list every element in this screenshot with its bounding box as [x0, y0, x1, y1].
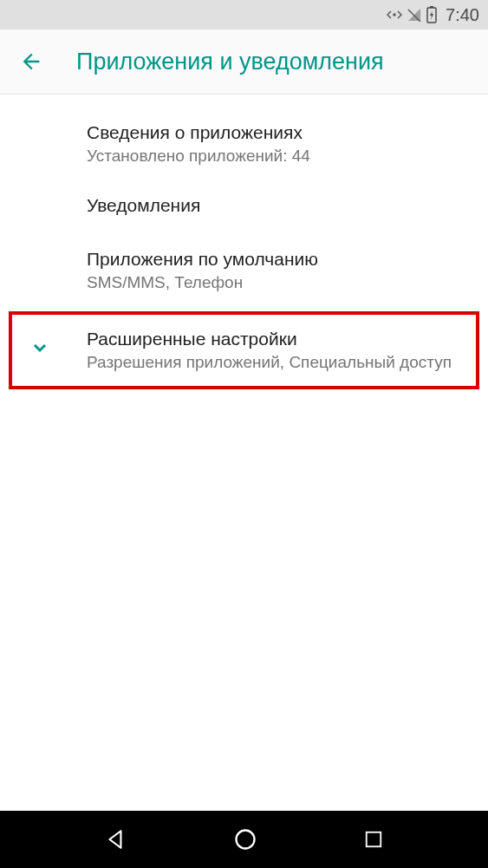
battery-charging-icon	[426, 6, 437, 23]
navigation-bar	[0, 811, 488, 868]
nav-home-button[interactable]	[233, 827, 257, 852]
status-time: 7:40	[446, 5, 479, 25]
app-header: Приложения и уведомления	[0, 29, 488, 95]
item-subtitle: Установлено приложений: 44	[87, 147, 488, 166]
nav-recent-button[interactable]	[364, 830, 383, 849]
chevron-down-icon	[29, 337, 50, 362]
status-bar: 7:40	[0, 0, 488, 29]
settings-list: Сведения о приложениях Установлено прило…	[0, 95, 488, 389]
notifications-item[interactable]: Уведомления	[0, 178, 488, 237]
item-subtitle: SMS/MMS, Телефон	[87, 273, 488, 292]
code-icon	[387, 9, 402, 21]
default-apps-item[interactable]: Приложения по умолчанию SMS/MMS, Телефон	[0, 237, 488, 304]
svg-point-0	[394, 14, 395, 16]
back-arrow-icon[interactable]	[19, 49, 43, 74]
item-title: Расширенные настройки	[87, 329, 469, 349]
page-title: Приложения и уведомления	[76, 49, 384, 75]
app-info-item[interactable]: Сведения о приложениях Установлено прило…	[0, 110, 488, 178]
item-title: Уведомления	[87, 195, 488, 216]
svg-rect-5	[367, 832, 381, 847]
svg-rect-3	[430, 6, 433, 8]
signal-off-icon	[407, 8, 421, 22]
advanced-settings-item[interactable]: Расширенные настройки Разрешения приложе…	[9, 311, 479, 389]
item-title: Сведения о приложениях	[87, 122, 488, 143]
nav-back-button[interactable]	[105, 828, 127, 851]
svg-point-4	[237, 831, 255, 849]
item-subtitle: Разрешения приложений, Специальный досту…	[87, 353, 469, 372]
item-title: Приложения по умолчанию	[87, 249, 488, 270]
